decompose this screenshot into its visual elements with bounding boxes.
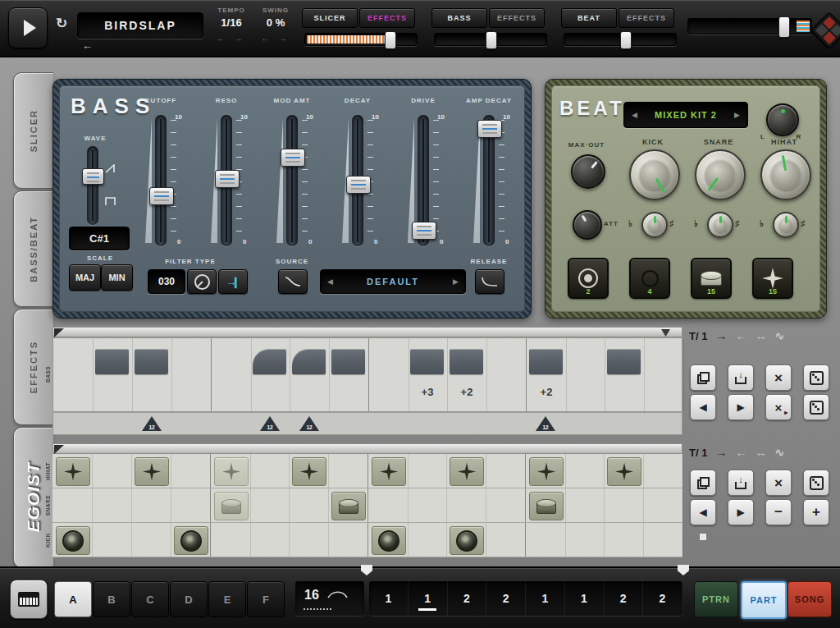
pan-knob[interactable] bbox=[766, 103, 799, 136]
release-curve-button[interactable] bbox=[475, 269, 504, 294]
bass-step-9[interactable] bbox=[368, 338, 409, 411]
wave-slider[interactable] bbox=[87, 146, 98, 225]
snare-step-12[interactable] bbox=[486, 488, 526, 522]
kick-step-5[interactable] bbox=[210, 523, 251, 557]
kit-next-icon[interactable]: ▶ bbox=[734, 111, 740, 119]
master-volume-slider[interactable] bbox=[687, 18, 812, 34]
part-button[interactable]: PART bbox=[741, 581, 787, 619]
length-value[interactable]: 16 bbox=[304, 588, 319, 603]
tab-bass-effects[interactable]: EFFECTS bbox=[489, 8, 545, 28]
snare-step-8[interactable] bbox=[328, 488, 368, 522]
sidebar-tab-slicer[interactable]: SLICER bbox=[13, 72, 53, 189]
wave-arrow-icon[interactable]: ∿ bbox=[774, 329, 784, 342]
kick-step-1[interactable] bbox=[52, 523, 93, 557]
hihat-step-2[interactable] bbox=[92, 454, 132, 488]
tab-slicer-effects[interactable]: EFFECTS bbox=[359, 8, 415, 28]
flip-arrow-icon[interactable]: ↔ bbox=[755, 329, 766, 342]
dice-button[interactable] bbox=[803, 364, 829, 391]
wave-slider-handle[interactable] bbox=[82, 168, 104, 185]
kick-step-10[interactable] bbox=[407, 523, 447, 557]
flip-arrow-icon[interactable]: ↔ bbox=[755, 446, 766, 459]
part-step-6[interactable]: 1 bbox=[565, 581, 605, 616]
dice-button[interactable] bbox=[803, 394, 829, 420]
slider-handle-amp-decay[interactable] bbox=[477, 120, 502, 138]
bass-seq-marker-strip[interactable]: 12121212 bbox=[52, 412, 682, 435]
bass-step-1[interactable] bbox=[53, 338, 94, 411]
bass-step-4[interactable] bbox=[171, 338, 212, 411]
kick-tune-knob[interactable] bbox=[641, 212, 668, 238]
swing-value[interactable]: 0 % bbox=[254, 16, 297, 29]
snare-step-4[interactable] bbox=[171, 488, 211, 522]
undo-arrow-icon[interactable]: ← bbox=[735, 446, 746, 459]
pad-hihat[interactable]: 15 bbox=[752, 258, 793, 299]
slider-track[interactable] bbox=[286, 115, 298, 246]
dropdown-next-icon[interactable]: ▶ bbox=[453, 277, 459, 286]
filter-value-display[interactable]: 030 bbox=[148, 269, 185, 294]
hihat-step-4[interactable] bbox=[171, 454, 211, 488]
bass-step-2[interactable] bbox=[93, 338, 133, 411]
hihat-step-9[interactable] bbox=[368, 454, 409, 488]
bass-step-6[interactable] bbox=[250, 338, 290, 411]
hihat-step-5[interactable] bbox=[210, 454, 251, 488]
snare-step-5[interactable] bbox=[210, 488, 251, 522]
bass-step-5[interactable] bbox=[211, 338, 252, 411]
pad-snare[interactable]: 15 bbox=[691, 258, 732, 299]
bass-transpose-value[interactable]: T/ 1 bbox=[689, 330, 707, 342]
clear-button[interactable]: × bbox=[765, 364, 792, 391]
bass-step-16[interactable] bbox=[644, 338, 684, 411]
song-button[interactable]: SONG bbox=[788, 581, 832, 617]
slider-handle-mod-amt[interactable] bbox=[281, 149, 305, 167]
pad-perc[interactable]: 4 bbox=[629, 258, 670, 299]
preset-back-arrow[interactable]: ← bbox=[82, 39, 93, 52]
pad-kick-drum[interactable]: 2 bbox=[568, 258, 609, 299]
swing-arrows-icon[interactable]: ← → bbox=[254, 34, 297, 43]
hihat-step-15[interactable] bbox=[604, 454, 644, 488]
wave-arrow-icon[interactable]: ∿ bbox=[774, 446, 784, 459]
slider-track[interactable] bbox=[155, 115, 167, 246]
copy-button[interactable] bbox=[690, 470, 716, 496]
prev-button[interactable]: ◀ bbox=[690, 394, 716, 420]
kick-step-16[interactable] bbox=[643, 523, 683, 557]
hihat-tune-knob[interactable] bbox=[773, 212, 799, 238]
filter-dial-button[interactable] bbox=[187, 269, 217, 294]
bass-seq-lane[interactable]: +3+2+2 bbox=[52, 337, 682, 412]
scale-min-button[interactable]: MIN bbox=[101, 264, 133, 291]
tempo-arrows-icon[interactable]: ← → bbox=[210, 34, 253, 43]
bass-step-3[interactable] bbox=[132, 338, 172, 411]
kick-step-4[interactable] bbox=[171, 523, 211, 557]
part-step-8[interactable]: 2 bbox=[643, 581, 682, 616]
hihat-step-11[interactable] bbox=[446, 454, 486, 488]
source-preset-dropdown[interactable]: ◀ DEFAULT ▶ bbox=[320, 269, 466, 294]
snare-step-9[interactable] bbox=[368, 488, 409, 522]
kick-step-15[interactable] bbox=[604, 523, 644, 557]
part-step-3[interactable]: 2 bbox=[447, 581, 486, 616]
master-slider-handle[interactable] bbox=[778, 16, 790, 38]
tempo-value[interactable]: 1/16 bbox=[210, 16, 253, 29]
pattern-letter-d[interactable]: D bbox=[170, 581, 208, 617]
hihat-knob[interactable] bbox=[760, 149, 811, 200]
slicer-mix-slider[interactable] bbox=[304, 33, 418, 46]
pattern-letter-f[interactable]: F bbox=[247, 581, 285, 617]
hihat-step-1[interactable] bbox=[52, 454, 93, 488]
kick-step-11[interactable] bbox=[446, 523, 486, 557]
hihat-step-12[interactable] bbox=[486, 454, 526, 488]
hihat-step-8[interactable] bbox=[328, 454, 368, 488]
snare-tune-knob[interactable] bbox=[707, 212, 733, 238]
scale-maj-button[interactable]: MAJ bbox=[69, 264, 101, 291]
dice-button[interactable] bbox=[803, 470, 829, 496]
bass-step-8[interactable] bbox=[329, 338, 369, 411]
kick-step-9[interactable] bbox=[368, 523, 409, 557]
part-step-1[interactable]: 1 bbox=[369, 581, 409, 616]
hihat-step-10[interactable] bbox=[407, 454, 447, 488]
kick-step-2[interactable] bbox=[92, 523, 132, 557]
tab-beat[interactable]: BEAT bbox=[561, 8, 617, 28]
snare-step-15[interactable] bbox=[604, 488, 644, 522]
bass-seq-timeline[interactable] bbox=[52, 327, 682, 337]
beat-transpose-value[interactable]: T/ 1 bbox=[689, 447, 707, 459]
part-step-5[interactable]: 1 bbox=[526, 581, 565, 616]
bass-step-14[interactable] bbox=[565, 338, 605, 411]
snare-step-2[interactable] bbox=[92, 488, 132, 522]
snare-step-1[interactable] bbox=[52, 488, 93, 522]
clear-button[interactable]: × bbox=[765, 470, 792, 496]
hihat-step-14[interactable] bbox=[564, 454, 605, 488]
